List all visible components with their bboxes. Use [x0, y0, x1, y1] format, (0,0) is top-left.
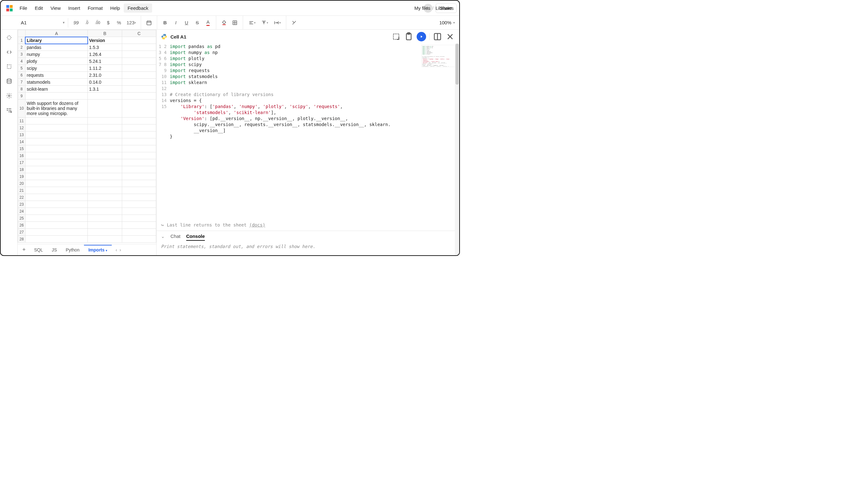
- cell-A8[interactable]: scikit-learn: [25, 86, 87, 92]
- cell-C12[interactable]: [122, 124, 156, 132]
- cell-C16[interactable]: [122, 152, 156, 159]
- row-header-18[interactable]: 18: [18, 166, 26, 173]
- menu-help[interactable]: Help: [106, 3, 124, 12]
- text-color-button[interactable]: A: [203, 18, 213, 28]
- bottom-tab-chat[interactable]: Chat: [170, 233, 181, 240]
- cell-A12[interactable]: [25, 124, 87, 132]
- borders-button[interactable]: [229, 18, 240, 28]
- cell-C5[interactable]: [122, 65, 156, 72]
- row-header-19[interactable]: 19: [18, 173, 26, 180]
- cell-A9[interactable]: [25, 92, 87, 99]
- row-header-9[interactable]: 9: [18, 92, 26, 99]
- cell-B15[interactable]: [88, 145, 122, 152]
- cell-B27[interactable]: [88, 229, 122, 236]
- row-header-24[interactable]: 24: [18, 208, 26, 215]
- cell-C19[interactable]: [122, 173, 156, 180]
- cell-B9[interactable]: [88, 92, 122, 99]
- sheet-tab-imports[interactable]: Imports ▾: [84, 245, 112, 254]
- cell-A5[interactable]: scipy: [25, 65, 87, 72]
- cell-C2[interactable]: [122, 44, 156, 51]
- col-header-C[interactable]: C: [122, 30, 156, 37]
- cell-A24[interactable]: [25, 208, 87, 215]
- cell-A16[interactable]: [25, 152, 87, 159]
- breadcrumb-parent[interactable]: My files: [414, 5, 431, 11]
- cell-C3[interactable]: [122, 51, 156, 58]
- cell-B24[interactable]: [88, 208, 122, 215]
- cell-B11[interactable]: [88, 117, 122, 124]
- cell-B2[interactable]: 1.5.3: [88, 44, 122, 51]
- cell-C18[interactable]: [122, 166, 156, 173]
- menu-file[interactable]: File: [16, 3, 31, 12]
- sheet-tab-python[interactable]: Python: [61, 246, 84, 254]
- cell-A13[interactable]: [25, 132, 87, 138]
- horizontal-align-button[interactable]: ▾: [246, 18, 258, 28]
- cell-C6[interactable]: [122, 72, 156, 79]
- cell-B12[interactable]: [88, 124, 122, 132]
- menu-view[interactable]: View: [47, 3, 64, 12]
- cell-C23[interactable]: [122, 201, 156, 208]
- spreadsheet[interactable]: ABC1LibraryVersion2pandas1.5.33numpy1.26…: [18, 30, 156, 244]
- cell-C28[interactable]: [122, 236, 156, 243]
- date-format-button[interactable]: [144, 18, 154, 28]
- number-format-menu[interactable]: 123 ▾: [124, 18, 138, 28]
- col-header-A[interactable]: A: [25, 30, 87, 37]
- cell-C1[interactable]: [122, 37, 156, 44]
- row-header-13[interactable]: 13: [18, 132, 26, 138]
- row-header-5[interactable]: 5: [18, 65, 26, 72]
- sheet-tab-sql[interactable]: SQL: [30, 246, 48, 254]
- row-header-10[interactable]: 10: [18, 99, 26, 117]
- cell-A17[interactable]: [25, 159, 87, 166]
- cell-B28[interactable]: [88, 236, 122, 243]
- cell-A21[interactable]: [25, 187, 87, 194]
- cell-A22[interactable]: [25, 194, 87, 201]
- row-header-4[interactable]: 4: [18, 58, 26, 65]
- cell-C9[interactable]: [122, 92, 156, 99]
- cell-B18[interactable]: [88, 166, 122, 173]
- cell-A1[interactable]: Library: [25, 37, 87, 44]
- row-header-1[interactable]: 1: [18, 37, 26, 44]
- menu-format[interactable]: Format: [84, 3, 107, 12]
- row-header-16[interactable]: 16: [18, 152, 26, 159]
- cell-A11[interactable]: [25, 117, 87, 124]
- cell-A14[interactable]: [25, 138, 87, 145]
- cell-B14[interactable]: [88, 138, 122, 145]
- cell-A20[interactable]: [25, 180, 87, 187]
- bottom-tab-console[interactable]: Console: [186, 233, 205, 241]
- zoom-control[interactable]: 100% ▾: [435, 20, 459, 25]
- cell-C26[interactable]: [122, 222, 156, 229]
- cell-A18[interactable]: [25, 166, 87, 173]
- row-header-26[interactable]: 26: [18, 222, 26, 229]
- cell-A28[interactable]: [25, 236, 87, 243]
- cell-A7[interactable]: statsmodels: [25, 79, 87, 86]
- cell-reference-box[interactable]: A1 ▾: [18, 18, 68, 27]
- cell-C20[interactable]: [122, 180, 156, 187]
- cell-B7[interactable]: 0.14.0: [88, 79, 122, 86]
- menu-insert[interactable]: Insert: [64, 3, 84, 12]
- add-sheet-button[interactable]: +: [20, 247, 28, 253]
- settings-button[interactable]: [4, 90, 14, 101]
- cell-B26[interactable]: [88, 222, 122, 229]
- cell-A6[interactable]: requests: [25, 72, 87, 79]
- cell-A19[interactable]: [25, 173, 87, 180]
- underline-button[interactable]: U: [181, 18, 192, 28]
- row-header-14[interactable]: 14: [18, 138, 26, 145]
- cell-C27[interactable]: [122, 229, 156, 236]
- cell-B10[interactable]: [88, 99, 122, 117]
- percent-button[interactable]: %: [114, 18, 124, 28]
- menu-feedback[interactable]: Feedback: [124, 3, 152, 12]
- menu-edit[interactable]: Edit: [31, 3, 47, 12]
- cell-C8[interactable]: [122, 86, 156, 92]
- scrollbar-thumb[interactable]: [456, 44, 459, 85]
- search-list-button[interactable]: [4, 105, 14, 116]
- currency-button[interactable]: $: [103, 18, 114, 28]
- italic-button[interactable]: I: [170, 18, 181, 28]
- cell-B21[interactable]: [88, 187, 122, 194]
- run-button[interactable]: [416, 32, 426, 41]
- row-header-21[interactable]: 21: [18, 187, 26, 194]
- row-header-3[interactable]: 3: [18, 51, 26, 58]
- cell-C25[interactable]: [122, 215, 156, 222]
- cell-A26[interactable]: [25, 222, 87, 229]
- code-minimap[interactable]: import pandas as pdimport numpy as npimp…: [422, 45, 456, 67]
- increase-decimal-button[interactable]: .00→: [92, 18, 103, 28]
- row-header-23[interactable]: 23: [18, 201, 26, 208]
